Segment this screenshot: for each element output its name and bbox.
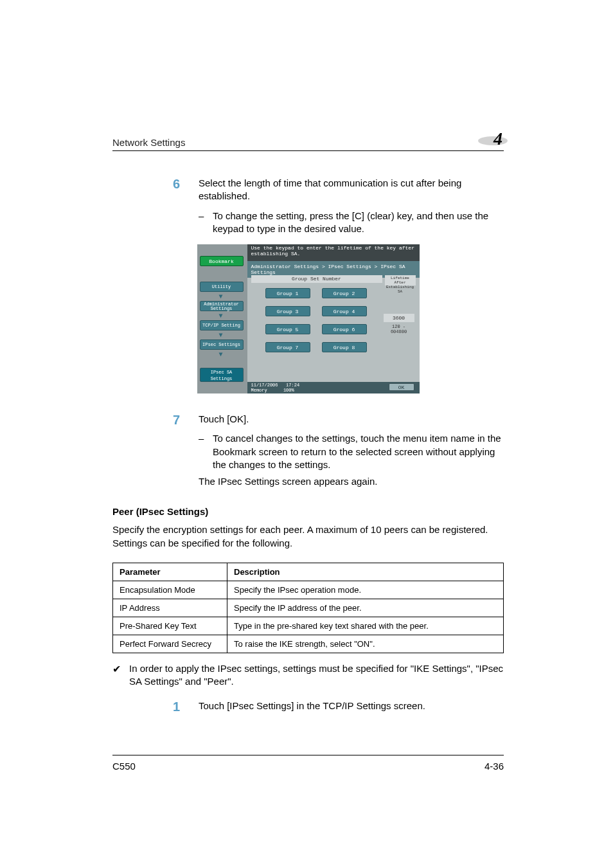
ss-group-2[interactable]: Group 2 (322, 288, 367, 298)
peer-heading: Peer (IPsec Settings) (112, 506, 504, 517)
th-description: Description (227, 563, 504, 581)
td-parameter: Perfect Forward Secrecy (113, 635, 227, 653)
down-arrow-icon: ▼ (219, 312, 224, 318)
ss-lifetime-range: 120 - 604800 (384, 324, 414, 334)
peer-param-table: Parameter Description Encapsulation Mode… (112, 563, 504, 653)
ss-group-5[interactable]: Group 5 (265, 324, 310, 334)
page-footer: C550 4-36 (112, 755, 504, 772)
dash-icon: – (199, 432, 213, 471)
page-header: Network Settings 4 (112, 129, 504, 151)
ss-footer: 11/17/2006 17:24 Memory 100% OK (247, 382, 420, 393)
step-7-after: The IPsec Settings screen appears again. (199, 475, 504, 488)
checkmark-icon: ✔ (112, 662, 129, 689)
ss-group-6[interactable]: Group 6 (322, 324, 367, 334)
table-row: Pre-Shared Key Text Type in the pre-shar… (113, 617, 504, 635)
ss-group-8[interactable]: Group 8 (322, 342, 367, 352)
step-6-text: Select the length of time that communica… (199, 177, 504, 203)
td-description: Specify the IP address of the peer. (227, 599, 504, 617)
ss-nav-tcpip[interactable]: TCP/IP Setting (200, 320, 244, 330)
step-number-1b: 1 (112, 700, 199, 714)
peer-intro: Specify the encryption settings for each… (112, 523, 504, 550)
step-6-sub: To change the setting, press the [C] (cl… (213, 210, 504, 236)
device-screenshot: Bookmark Utility ▼ Administrator Setting… (197, 244, 420, 393)
down-arrow-icon: ▼ (219, 332, 224, 337)
ss-sidebar: Bookmark Utility ▼ Administrator Setting… (197, 244, 247, 393)
ss-nav-utility[interactable]: Utility (200, 282, 244, 292)
chapter-number: 4 (493, 129, 502, 149)
chapter-badge: 4 (478, 129, 504, 148)
table-row: Perfect Forward Secrecy To raise the IKE… (113, 635, 504, 653)
td-parameter: Encapsulation Mode (113, 581, 227, 599)
td-description: Type in the pre-shared key text shared w… (227, 617, 504, 635)
ss-nav-ipsecsa[interactable]: IPsec SA Settings (200, 368, 244, 382)
td-parameter: Pre-Shared Key Text (113, 617, 227, 635)
table-row: Encapsulation Mode Specify the IPsec ope… (113, 581, 504, 599)
th-parameter: Parameter (113, 563, 227, 581)
footer-page: 4-36 (484, 761, 504, 772)
ss-lifetime-header: Lifetime After Establishing SA (385, 275, 416, 285)
step-1b-text: Touch [IPsec Settings] in the TCP/IP Set… (199, 700, 504, 712)
check-note: In order to apply the IPsec settings, se… (129, 662, 504, 689)
td-description: To raise the IKE strength, select "ON". (227, 635, 504, 653)
table-row: IP Address Specify the IP address of the… (113, 599, 504, 617)
ss-group-4[interactable]: Group 4 (322, 306, 367, 316)
dash-icon: – (199, 210, 213, 236)
ss-group-7[interactable]: Group 7 (265, 342, 310, 352)
down-arrow-icon: ▼ (219, 293, 224, 298)
footer-model: C550 (112, 761, 136, 772)
ss-main-area: Administrator Settings > IPsec Settings … (247, 261, 420, 393)
chapter-oval (478, 136, 508, 145)
ss-nav-ipsec[interactable]: IPsec Settings (200, 339, 244, 350)
section-title: Network Settings (112, 137, 185, 148)
table-header-row: Parameter Description (113, 563, 504, 581)
td-parameter: IP Address (113, 599, 227, 617)
ss-bookmark-button[interactable]: Bookmark (200, 256, 244, 266)
step-7-text: Touch [OK]. (199, 413, 504, 426)
step-number-6: 6 (112, 177, 199, 235)
ss-lifetime-value: 3600 (384, 314, 414, 322)
ss-ok-button[interactable]: OK (389, 383, 414, 391)
ss-datetime: 11/17/2006 17:24 Memory 100% (251, 383, 300, 393)
step-number-7: 7 (112, 413, 199, 488)
ss-group-header: Group Set Number (251, 275, 382, 283)
ss-instruction-text: Use the keypad to enter the lifetime of … (251, 246, 414, 257)
ss-top-bar: Use the keypad to enter the lifetime of … (247, 244, 420, 261)
down-arrow-icon: ▼ (219, 351, 224, 356)
step-7-sub: To cancel changes to the settings, touch… (213, 432, 504, 471)
ss-nav-admin[interactable]: Administrator Settings (200, 301, 244, 311)
ss-group-3[interactable]: Group 3 (265, 306, 310, 316)
ss-group-1[interactable]: Group 1 (265, 288, 310, 298)
td-description: Specify the IPsec operation mode. (227, 581, 504, 599)
